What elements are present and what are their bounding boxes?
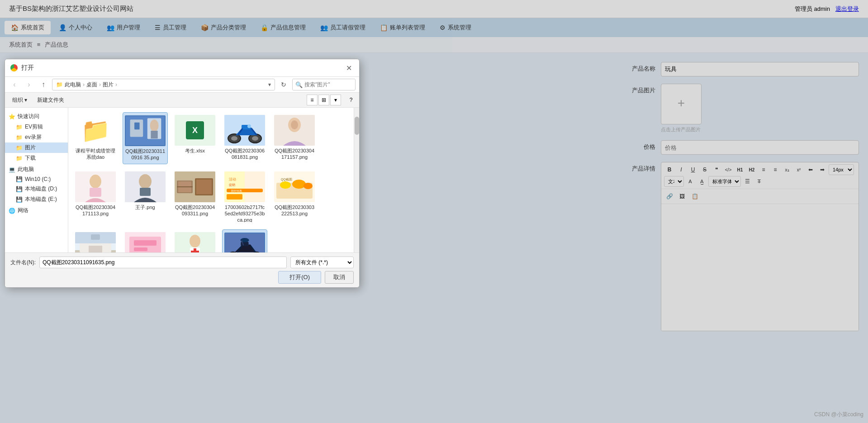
file-grid[interactable]: 📁 课程平时成绩管理系统dao bbox=[68, 108, 354, 252]
svg-point-38 bbox=[280, 181, 291, 189]
folder-ev-icon: 📁 bbox=[16, 124, 23, 130]
file-item-prince[interactable]: 王子.png bbox=[123, 169, 168, 225]
file-item-hall[interactable]: QQ截图202303201104 1.png bbox=[73, 229, 118, 252]
sidebar-network: 🌐 网络 bbox=[5, 205, 68, 216]
filename-label: 文件名(N): bbox=[10, 259, 36, 266]
excel-icon: X bbox=[186, 121, 204, 139]
new-folder-button[interactable]: 新建文件夹 bbox=[33, 95, 69, 105]
open-button[interactable]: 打开(O) bbox=[278, 271, 321, 284]
sidebar-item-d[interactable]: 💾 本地磁盘 (D:) bbox=[5, 184, 68, 194]
organize-button[interactable]: 组织 ▾ bbox=[9, 95, 31, 105]
file-thumb-boxes bbox=[175, 171, 215, 202]
files-container: 📁 课程平时成绩管理系统dao bbox=[73, 112, 349, 252]
svg-point-39 bbox=[292, 180, 306, 189]
file-thumb-qq1 bbox=[125, 115, 166, 146]
forward-button[interactable]: › bbox=[23, 79, 35, 90]
file-thumb-food: QQ截图 bbox=[274, 171, 315, 202]
svg-text:QQ截图: QQ截图 bbox=[281, 178, 292, 181]
file-item-pink[interactable]: QQ截图202303180248.png bbox=[123, 229, 168, 252]
scrollbar[interactable] bbox=[354, 108, 359, 252]
view-list-button[interactable]: ≡ bbox=[307, 95, 318, 105]
this-pc-label: 此电脑 bbox=[18, 166, 34, 173]
filename-input[interactable] bbox=[39, 257, 287, 268]
sidebar-item-c[interactable]: 💾 Win10 (C:) bbox=[5, 175, 68, 184]
up-button[interactable]: ↑ bbox=[38, 79, 49, 90]
dialog-buttons-row: 打开(O) 取消 bbox=[10, 271, 354, 284]
quick-access-header[interactable]: ⭐ 快速访问 bbox=[5, 111, 68, 122]
svg-text:限时特惠: 限时特惠 bbox=[231, 190, 242, 192]
dialog-footer: 文件名(N): 所有文件 (*.*) 打开(O) 取消 bbox=[5, 252, 359, 287]
scrollbar-thumb[interactable] bbox=[355, 117, 359, 135]
dialog-actions-bar: 组织 ▾ 新建文件夹 ≡ ⊞ ▾ ? bbox=[5, 93, 359, 108]
file-item-folder[interactable]: 📁 课程平时成绩管理系统dao bbox=[73, 112, 118, 164]
file-thumb-folder: 📁 bbox=[75, 115, 116, 146]
file-item-qq1[interactable]: QQ截图202303110916 35.png bbox=[123, 112, 168, 164]
svg-rect-2 bbox=[134, 123, 139, 129]
quick-access-icon: ⭐ bbox=[9, 114, 15, 120]
path-desktop[interactable]: 桌面 bbox=[86, 81, 97, 89]
network-icon: 🌐 bbox=[9, 208, 15, 214]
filename-row: 文件名(N): 所有文件 (*.*) bbox=[10, 257, 354, 268]
file-item-nurse[interactable]: 护工.png bbox=[172, 229, 218, 252]
file-thumb-person2 bbox=[75, 171, 116, 202]
pc-icon: 💻 bbox=[9, 166, 15, 173]
path-pc[interactable]: 此电脑 bbox=[65, 81, 81, 89]
search-icon: 🔍 bbox=[295, 81, 303, 88]
path-folder-icon: 📁 bbox=[56, 81, 63, 88]
file-item-person1[interactable]: QQ截图20230304171157.png bbox=[272, 112, 317, 164]
folder-icon: 📁 bbox=[81, 119, 110, 142]
this-pc-header[interactable]: 💻 此电脑 bbox=[5, 164, 68, 175]
file-item-food[interactable]: QQ截图 QQ截图20230303222513.png bbox=[272, 169, 317, 225]
filetype-select[interactable]: 所有文件 (*.*) bbox=[290, 257, 354, 268]
file-item-moto1[interactable]: QQ截图20230306081831.png bbox=[222, 112, 267, 164]
back-button[interactable]: ‹ bbox=[9, 79, 20, 90]
svg-rect-47 bbox=[91, 234, 100, 240]
search-input[interactable] bbox=[304, 81, 352, 88]
sidebar-item-ev[interactable]: 📁 EV剪辑 bbox=[5, 122, 68, 132]
file-thumb-rider bbox=[224, 233, 265, 252]
path-pictures[interactable]: 图片 bbox=[103, 81, 114, 89]
file-thumb-hall bbox=[75, 232, 116, 252]
sidebar-item-e[interactable]: 💾 本地磁盘 (E:) bbox=[5, 194, 68, 204]
file-thumb-moto1 bbox=[224, 115, 265, 146]
svg-point-40 bbox=[304, 183, 313, 189]
help-button[interactable]: ? bbox=[346, 95, 356, 105]
file-thumb-pink bbox=[125, 232, 166, 252]
file-name-moto1: QQ截图20230306081831.png bbox=[224, 147, 266, 161]
dialog-close-button[interactable]: ✕ bbox=[344, 63, 354, 73]
view-buttons: ≡ ⊞ ▾ ? bbox=[307, 95, 356, 105]
svg-point-4 bbox=[150, 119, 159, 132]
svg-text:促销: 促销 bbox=[229, 183, 235, 186]
file-name-qq1: QQ截图202303110916 35.png bbox=[125, 148, 166, 161]
path-bar: 📁 此电脑 › 桌面 › 图片 › ▾ bbox=[52, 79, 275, 90]
search-box: 🔍 bbox=[292, 79, 356, 90]
file-name-person1: QQ截图20230304171157.png bbox=[274, 147, 315, 161]
svg-point-17 bbox=[90, 175, 101, 188]
sidebar-this-pc: 💻 此电脑 💾 Win10 (C:) 💾 本地磁盘 (D:) 💾 本地磁盘 (E… bbox=[5, 164, 68, 204]
dialog-title-text: 打开 bbox=[21, 64, 34, 72]
file-item-boxes[interactable]: QQ截图20230304093311.png bbox=[172, 169, 218, 225]
view-grid-button[interactable]: ⊞ bbox=[318, 95, 329, 105]
drive-d-icon: 💾 bbox=[16, 186, 23, 192]
file-name-folder: 课程平时成绩管理系统dao bbox=[75, 147, 116, 161]
sidebar-item-pictures[interactable]: 📁 图片 bbox=[5, 143, 68, 153]
file-item-colorful[interactable]: 活动 促销 限时特惠 17003602b2717fc5ed2efd93275e3… bbox=[222, 169, 267, 225]
dialog-body: ⭐ 快速访问 📁 EV剪辑 📁 ev录屏 📁 图片 bbox=[5, 108, 359, 252]
refresh-button[interactable]: ↻ bbox=[278, 79, 289, 90]
file-name-person2: QQ截图20230304171113.png bbox=[75, 204, 116, 217]
svg-point-53 bbox=[190, 235, 200, 247]
sidebar-item-downloads[interactable]: 📁 下载 bbox=[5, 153, 68, 163]
network-header[interactable]: 🌐 网络 bbox=[5, 205, 68, 216]
file-dialog: 打开 ✕ ‹ › ↑ 📁 此电脑 › 桌面 › 图片 › ▾ ↻ 🔍 bbox=[5, 59, 360, 288]
sidebar-item-evrecord[interactable]: 📁 ev录屏 bbox=[5, 132, 68, 143]
cancel-button[interactable]: 取消 bbox=[325, 271, 354, 284]
svg-rect-56 bbox=[191, 251, 199, 252]
file-name-colorful: 17003602b2717fc5ed2efd93275e3bca.png bbox=[224, 204, 266, 222]
file-item-excel[interactable]: X 考生.xlsx bbox=[172, 112, 218, 164]
path-dropdown[interactable]: ▾ bbox=[268, 81, 271, 88]
svg-rect-21 bbox=[140, 188, 151, 196]
view-details-button[interactable]: ▾ bbox=[330, 95, 341, 105]
file-item-person2[interactable]: QQ截图20230304171113.png bbox=[73, 169, 118, 225]
file-item-rider[interactable]: 骑手.png bbox=[222, 229, 267, 252]
new-folder-label: 新建文件夹 bbox=[37, 97, 64, 103]
